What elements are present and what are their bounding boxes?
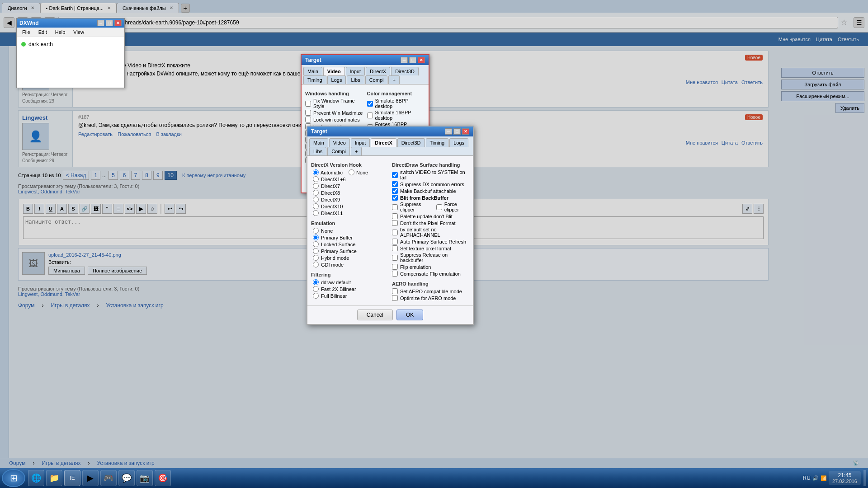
check-no-alpha: by default set no ALPHACHANNEL [392, 227, 469, 238]
target-fg-tab-logs[interactable]: Logs [449, 138, 468, 147]
clipper-row: Suppress clipper Force clipper [392, 202, 469, 213]
radio-dx10: DirectX10 [313, 203, 388, 209]
start-button[interactable]: ⊞ [2, 469, 25, 487]
check-backbuf-attach: Make Backbuf attachable [392, 188, 469, 194]
filtering-radios: ddraw default Fast 2X Bilinear Full Bili… [313, 279, 388, 299]
aero-title: AERO handling [392, 281, 469, 286]
dxwnd-minimize[interactable]: ─ [97, 20, 104, 26]
check-texture-pixel: Set texture pixel format [392, 245, 469, 251]
radio-emu-primary: Primary Buffer [313, 235, 388, 240]
target-bg-tab-directx[interactable]: DirectX [366, 67, 390, 75]
taskbar-skype[interactable]: 💬 [118, 470, 135, 486]
target-fg-tab-timing[interactable]: Timing [426, 138, 449, 147]
radio-dx16: DirectX1+6 [313, 176, 388, 182]
radio-none[interactable] [349, 169, 354, 175]
target-fg-tab-libs[interactable]: Libs [309, 147, 326, 155]
taskbar-media[interactable]: ▶ [82, 470, 99, 486]
windows-handling-title: Windows handling [305, 91, 363, 96]
radio-emu-locked: Locked Surface [313, 241, 388, 247]
filtering-title: Filtering [311, 272, 388, 277]
target-fg-tab-main[interactable]: Main [309, 138, 328, 147]
dxwnd-close[interactable]: ✕ [114, 20, 122, 26]
taskbar-photo[interactable]: 📷 [137, 470, 153, 486]
dxwnd-menu-view[interactable]: View [70, 28, 88, 36]
target-bg-tab-input[interactable]: Input [346, 67, 365, 75]
target-bg-minimize[interactable]: ─ [401, 57, 408, 63]
ok-button[interactable]: OK [396, 310, 423, 320]
taskbar-right: RU 🔊 📶 21:45 27.02.2016 [803, 470, 866, 486]
clock-date: 27.02.2016 [832, 479, 857, 484]
taskbar-game2[interactable]: 🎯 [155, 470, 171, 486]
show-desktop-btn[interactable] [863, 470, 866, 486]
taskbar-network[interactable]: 📶 [821, 475, 827, 481]
target-bg-close[interactable]: ✕ [418, 57, 425, 63]
dxwnd-maximize[interactable]: □ [106, 20, 113, 26]
dxwnd-menu-edit[interactable]: Edit [35, 28, 51, 36]
check-dont-fix-pixel: Don't fix the Pixel Format [392, 220, 469, 226]
dxwnd-title: DXWnd [19, 20, 39, 26]
target-fg-titlebar: Target ─ □ ✕ [307, 127, 473, 136]
radio-emu-none: None [313, 228, 388, 234]
dxwnd-titlebar-btns: ─ □ ✕ [97, 20, 122, 26]
check-flip-emu: Flip emulation [392, 264, 469, 270]
dxwnd-menu-file[interactable]: File [19, 28, 34, 36]
target-bg-title: Target [305, 57, 321, 63]
target-bg-maximize[interactable]: □ [409, 57, 416, 63]
radio-emu-gdi: GDI mode [313, 262, 388, 267]
clock-area[interactable]: 21:45 27.02.2016 [829, 471, 861, 485]
taskbar-ie[interactable]: 🌐 [28, 470, 44, 486]
check-fixwindow: Fix Window Frame Style [305, 98, 363, 109]
taskbar-lang: RU [803, 475, 811, 481]
target-fg-tab-more[interactable]: + [351, 147, 362, 155]
radio-emu-primarysurface: Primary Surface [313, 248, 388, 254]
dxwnd-menu-help[interactable]: Help [52, 28, 69, 36]
dxwnd-menu: File Edit Help View [17, 28, 124, 37]
emulation-title: Emulation [311, 221, 388, 226]
cancel-button[interactable]: Cancel [357, 310, 393, 320]
target-bg-tab-timing[interactable]: Timing [303, 75, 326, 84]
target-bg-tab-compi[interactable]: Compi [365, 75, 388, 84]
target-bg-tab-more[interactable]: + [388, 75, 399, 84]
check-auto-primary: Auto Primary Surface Refresh [392, 239, 469, 244]
status-dot-darkearth [21, 42, 26, 47]
dxwnd-list: dark earth [19, 40, 122, 85]
taskbar-bottom: ⊞ 🌐 📁 IE ▶ 🎮 💬 📷 🎯 RU 🔊 📶 21:45 27.02.20… [0, 468, 868, 488]
target-fg-tab-direct3d[interactable]: Direct3D [397, 138, 425, 147]
target-fg-tab-compi[interactable]: Compi [327, 147, 350, 155]
taskbar-steam[interactable]: 🎮 [100, 470, 117, 486]
check-sim16bpp: Simulate 16BPP desktop [367, 110, 425, 121]
radio-emu-hybrid: Hybrid mode [313, 255, 388, 261]
target-bg-tab-libs[interactable]: Libs [347, 75, 364, 84]
check-compensate-flip: Compensate Flip emulation [392, 271, 469, 277]
target-fg-tab-input[interactable]: Input [351, 138, 370, 147]
check-preventmax: Prevent Win Maximize [305, 110, 363, 116]
check-sim8bpp: Simulate 8BPP desktop [367, 98, 425, 109]
dxwnd-item-darkearth[interactable]: dark earth [19, 40, 122, 49]
radio-auto-none: Automatic None [313, 169, 388, 175]
target-bg-tabs: Main Video Input DirectX Direct3D Timing… [302, 65, 429, 84]
taskbar-volume[interactable]: 🔊 [812, 475, 819, 481]
target-bg-tab-logs[interactable]: Logs [327, 75, 346, 84]
target-fg-tab-video[interactable]: Video [329, 138, 350, 147]
taskbar-browser-active[interactable]: IE [64, 470, 80, 486]
radio-dx9: DirectX9 [313, 197, 388, 202]
radio-fast2x: Fast 2X Bilinear [313, 286, 388, 292]
check-suppress-release: Suppress Release on backbuffer [392, 252, 469, 263]
radio-ddraw: ddraw default [313, 279, 388, 285]
radio-automatic[interactable] [313, 169, 319, 175]
taskbar-explorer[interactable]: 📁 [46, 470, 62, 486]
radio-fullbil: Full Bilinear [313, 293, 388, 299]
target-fg-tab-directx[interactable]: DirectX [371, 138, 396, 147]
target-bg-tab-video[interactable]: Video [323, 67, 345, 75]
start-icon: ⊞ [10, 473, 18, 483]
emulation-radios: None Primary Buffer Locked Surface Prima… [313, 228, 388, 267]
target-fg-maximize[interactable]: □ [453, 128, 461, 135]
target-bg-tab-main[interactable]: Main [303, 67, 322, 75]
target-fg-title: Target [311, 128, 327, 135]
check-suppress-dx: Suppress DX common errors [392, 181, 469, 187]
target-fg-close[interactable]: ✕ [462, 128, 469, 135]
radio-dx11: DirectX11 [313, 210, 388, 216]
version-radios: Automatic None DirectX1+6 DirectX7 Direc… [313, 169, 388, 216]
target-bg-tab-direct3d[interactable]: Direct3D [391, 67, 419, 75]
target-fg-minimize[interactable]: ─ [445, 128, 452, 135]
